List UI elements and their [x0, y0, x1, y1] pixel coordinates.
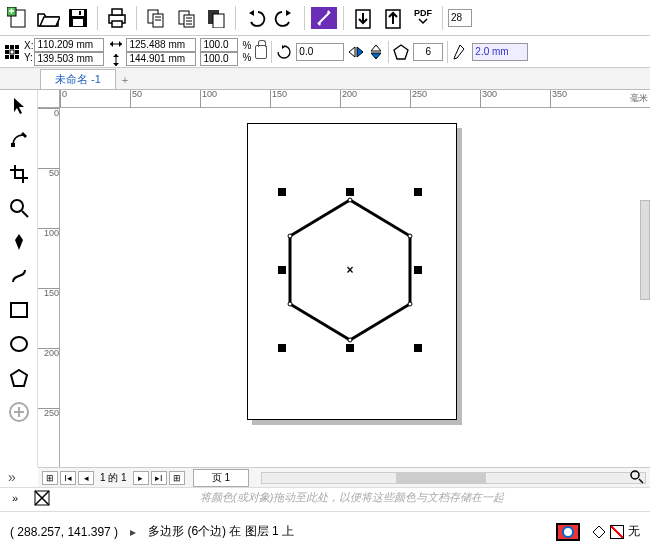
height-input[interactable]	[126, 52, 196, 66]
horizontal-ruler[interactable]: 0 50 100 150 200 250 300 350 毫米	[60, 90, 650, 108]
nav-last[interactable]: ▸I	[151, 471, 167, 485]
cursor-coords: ( 288.257, 141.397 )	[10, 525, 118, 539]
sel-handle-ml[interactable]	[278, 266, 286, 274]
sel-handle-br[interactable]	[414, 344, 422, 352]
nav-add-page2[interactable]: ⊞	[169, 471, 185, 485]
navigator-button[interactable]	[630, 470, 644, 484]
document-tab[interactable]: 未命名 -1	[40, 69, 116, 89]
fill-swatch	[610, 525, 624, 539]
angle-input[interactable]	[296, 43, 344, 61]
page-tab[interactable]: 页 1	[193, 469, 249, 487]
snapshot-icon[interactable]	[556, 523, 580, 541]
x-input[interactable]	[34, 38, 104, 52]
nav-next[interactable]: ▸	[133, 471, 149, 485]
svg-point-55	[408, 302, 412, 306]
redo-button[interactable]	[271, 4, 299, 32]
vertical-scrollbar[interactable]	[640, 200, 650, 300]
svg-rect-39	[11, 143, 15, 147]
sel-handle-tc[interactable]	[346, 188, 354, 196]
vertical-ruler[interactable]: 0 50 100 150 200 250	[38, 108, 60, 467]
svg-rect-7	[79, 11, 81, 15]
print-button[interactable]	[103, 4, 131, 32]
crop-tool[interactable]	[5, 160, 33, 188]
no-fill-swatch[interactable]	[34, 490, 50, 506]
position-group: X:Y:	[24, 38, 104, 66]
stroke-width-input[interactable]	[472, 43, 528, 61]
status-bar: ( 288.257, 141.397 ) ▸ 多边形 (6个边) 在 图层 1 …	[0, 511, 650, 551]
undo-button[interactable]	[241, 4, 269, 32]
nav-first[interactable]: I◂	[60, 471, 76, 485]
mirror-h-button[interactable]	[348, 44, 364, 60]
svg-rect-34	[10, 55, 14, 59]
svg-point-56	[348, 338, 352, 342]
pdf-button[interactable]: PDF	[409, 4, 437, 32]
svg-point-44	[11, 200, 23, 212]
svg-point-47	[11, 337, 27, 351]
lock-aspect-button[interactable]	[255, 45, 267, 59]
sel-handle-tl[interactable]	[278, 188, 286, 196]
y-input[interactable]	[34, 52, 104, 66]
property-toolbar: X:Y: %%	[0, 36, 650, 68]
svg-point-57	[288, 302, 292, 306]
svg-rect-46	[11, 303, 27, 317]
svg-rect-31	[10, 50, 14, 54]
svg-rect-29	[15, 45, 19, 49]
scale-group	[200, 38, 238, 66]
svg-rect-9	[112, 9, 122, 15]
clone-button[interactable]	[202, 4, 230, 32]
snap-button[interactable]	[310, 4, 338, 32]
shape-tool[interactable]	[5, 126, 33, 154]
curve-tool[interactable]	[5, 262, 33, 290]
scale-y-input[interactable]	[200, 52, 238, 66]
page-size-field[interactable]	[448, 9, 472, 27]
more-tools-button[interactable]	[5, 398, 33, 426]
sel-handle-mr[interactable]	[414, 266, 422, 274]
add-document-button[interactable]: +	[116, 71, 134, 89]
toolbox	[0, 90, 38, 467]
canvas-area: 0 50 100 150 200 250 300 350 毫米 0 50 100…	[38, 90, 650, 467]
rectangle-tool[interactable]	[5, 296, 33, 324]
polygon-tool[interactable]	[5, 364, 33, 392]
svg-point-58	[288, 234, 292, 238]
open-button[interactable]	[34, 4, 62, 32]
save-button[interactable]	[64, 4, 92, 32]
fill-indicator[interactable]: 无	[592, 523, 640, 540]
width-input[interactable]	[126, 38, 196, 52]
svg-line-45	[22, 211, 28, 217]
horizontal-scrollbar[interactable]	[261, 472, 646, 484]
sel-handle-bc[interactable]	[346, 344, 354, 352]
svg-rect-28	[10, 45, 14, 49]
page-nav-bar: ⊞ I◂ ◂ 1 的 1 ▸ ▸I ⊞ 页 1	[38, 467, 650, 487]
sel-handle-tr[interactable]	[414, 188, 422, 196]
size-group	[108, 36, 196, 68]
svg-rect-30	[5, 50, 9, 54]
new-doc-button[interactable]	[4, 4, 32, 32]
paste-props-button[interactable]	[172, 4, 200, 32]
sides-input[interactable]	[413, 43, 443, 61]
ruler-corner[interactable]	[38, 90, 60, 108]
width-icon	[108, 36, 124, 52]
object-origin-icon[interactable]	[4, 44, 20, 60]
dock-chevron[interactable]: »	[6, 491, 24, 505]
expand-toolbox-button[interactable]: »	[8, 469, 16, 485]
nav-add-page[interactable]: ⊞	[42, 471, 58, 485]
copy-props-button[interactable]	[142, 4, 170, 32]
pick-tool[interactable]	[5, 92, 33, 120]
mirror-v-button[interactable]	[368, 44, 384, 60]
fill-label: 无	[628, 523, 640, 540]
object-info: 多边形 (6个边) 在 图层 1 上	[148, 523, 294, 540]
svg-marker-48	[11, 370, 27, 386]
import-button[interactable]	[349, 4, 377, 32]
freehand-tool[interactable]	[5, 228, 33, 256]
outline-pen-icon[interactable]	[452, 44, 468, 60]
sel-center[interactable]: ×	[346, 266, 354, 274]
page-viewport[interactable]: ×	[60, 108, 650, 467]
svg-line-60	[639, 479, 643, 483]
nav-prev[interactable]: ◂	[78, 471, 94, 485]
ellipse-tool[interactable]	[5, 330, 33, 358]
svg-rect-35	[15, 55, 19, 59]
scale-x-input[interactable]	[200, 38, 238, 52]
zoom-tool[interactable]	[5, 194, 33, 222]
sel-handle-bl[interactable]	[278, 344, 286, 352]
export-button[interactable]	[379, 4, 407, 32]
